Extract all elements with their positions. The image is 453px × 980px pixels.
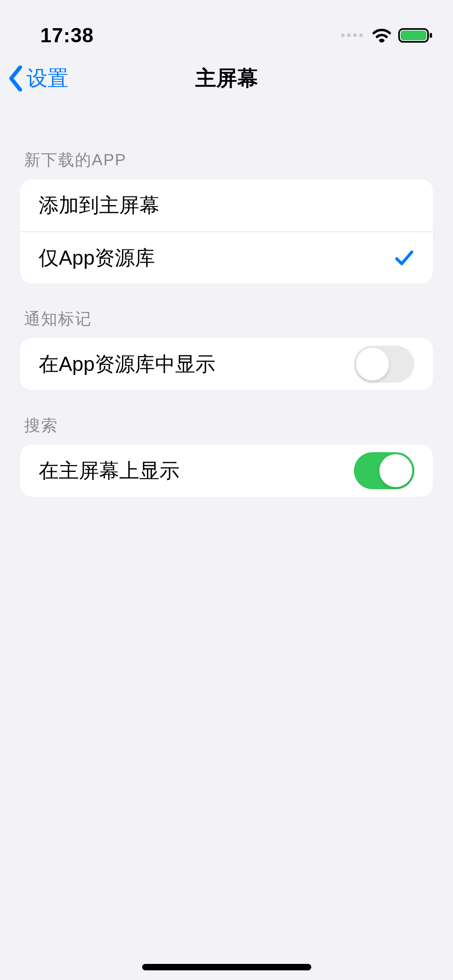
option-label: 仅App资源库 — [39, 245, 155, 272]
row-label: 在主屏幕上显示 — [39, 457, 180, 484]
row-show-on-home[interactable]: 在主屏幕上显示 — [20, 445, 433, 497]
back-button[interactable]: 设置 — [8, 64, 68, 93]
status-time: 17:38 — [40, 24, 94, 47]
cellular-dots-icon — [341, 33, 363, 37]
status-right — [341, 27, 433, 43]
group-search: 在主屏幕上显示 — [20, 445, 433, 497]
row-label: 在App资源库中显示 — [39, 351, 215, 378]
nav-bar: 设置 主屏幕 — [0, 52, 453, 105]
group-new-apps: 添加到主屏幕 仅App资源库 — [20, 179, 433, 284]
option-app-library-only[interactable]: 仅App资源库 — [20, 231, 433, 284]
row-show-in-app-library[interactable]: 在App资源库中显示 — [20, 338, 433, 390]
back-label: 设置 — [27, 64, 68, 93]
option-label: 添加到主屏幕 — [39, 192, 159, 219]
chevron-left-icon — [8, 66, 23, 91]
checkmark-icon — [394, 248, 414, 268]
switch-knob — [356, 348, 389, 381]
svg-rect-2 — [430, 33, 432, 38]
section-header-new-apps: 新下载的APP — [0, 105, 453, 179]
section-header-badges: 通知标记 — [0, 284, 453, 338]
wifi-icon — [372, 28, 391, 43]
toggle-show-in-app-library[interactable] — [354, 346, 414, 383]
svg-rect-1 — [401, 31, 426, 40]
toggle-show-on-home[interactable] — [354, 452, 414, 489]
battery-icon — [398, 27, 433, 43]
section-header-search: 搜索 — [0, 390, 453, 445]
home-indicator[interactable] — [142, 964, 311, 970]
status-bar: 17:38 — [0, 0, 453, 52]
switch-knob — [379, 454, 412, 487]
group-badges: 在App资源库中显示 — [20, 338, 433, 390]
option-add-to-home[interactable]: 添加到主屏幕 — [20, 179, 433, 231]
